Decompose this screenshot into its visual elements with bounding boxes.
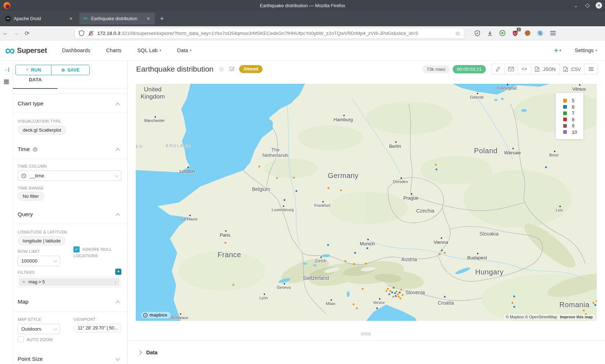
- auto-zoom-checkbox[interactable]: [18, 336, 24, 342]
- collapse-chevron-icon[interactable]: [116, 213, 120, 217]
- row-limit-select[interactable]: 100000: [18, 256, 60, 266]
- export-csv-button[interactable]: .CSV: [559, 64, 585, 74]
- viewport-value[interactable]: 11° 28' 29.70" | 50...: [73, 324, 122, 332]
- extension-green-icon[interactable]: [499, 30, 506, 36]
- map-place-label: Hamburg: [333, 117, 353, 122]
- downloads-icon[interactable]: [487, 30, 493, 36]
- data-results-panel[interactable]: Data: [127, 340, 605, 364]
- settings-menu[interactable]: Settings ▾: [575, 47, 597, 53]
- nav-sql-lab[interactable]: SQL Lab ▾: [137, 47, 161, 53]
- section-map[interactable]: Map: [18, 299, 28, 305]
- earthquake-point: [439, 254, 441, 255]
- pinwheel-extension-icon[interactable]: [537, 30, 543, 36]
- edit-title-icon[interactable]: [229, 66, 235, 73]
- new-tab-button[interactable]: +: [160, 15, 164, 23]
- tab-close-icon[interactable]: ✕: [145, 15, 152, 22]
- time-range-label: TIME RANGE: [18, 186, 44, 190]
- window-close-button[interactable]: ✕: [596, 2, 602, 9]
- map-place-label: Slovakia: [480, 231, 499, 237]
- legend-row: 6: [556, 104, 583, 110]
- earthquake-point: [400, 289, 402, 291]
- url-input[interactable]: 172.18.0.3 :32108/superset/explore/?form…: [75, 28, 464, 38]
- map-canvas: [136, 84, 597, 321]
- export-json-button[interactable]: .JSON: [531, 64, 559, 74]
- map-place-label: United Kingdom: [140, 86, 165, 100]
- shield-permissions-icon[interactable]: [79, 30, 85, 36]
- reload-button[interactable]: ⟳: [22, 30, 32, 37]
- filter-chip[interactable]: ✕ mag > 5 ›: [18, 277, 121, 287]
- map-place-label: Lyon: [259, 296, 268, 300]
- chevron-right-icon: [138, 350, 142, 354]
- run-button[interactable]: ⚡ RUN: [16, 65, 51, 75]
- window-minimize-button[interactable]: ⌄: [573, 2, 579, 9]
- improve-map-link[interactable]: Improve this map: [560, 315, 593, 319]
- lonlat-value[interactable]: longitude | latitude: [18, 236, 66, 245]
- pocket-icon[interactable]: [474, 30, 480, 36]
- time-column-select[interactable]: __time: [18, 170, 121, 181]
- legend-swatch: [563, 118, 567, 121]
- new-item-button[interactable]: + ▾: [554, 46, 561, 54]
- altered-badge: Altered: [239, 65, 263, 73]
- earthquake-point: [444, 296, 446, 298]
- section-time[interactable]: Time i: [18, 146, 37, 153]
- earthquake-point: [386, 290, 387, 292]
- embed-code-button[interactable]: <>: [517, 64, 531, 74]
- map-place-label: Manchester: [144, 118, 165, 123]
- ublock-icon[interactable]: 2: [512, 30, 518, 36]
- ignore-null-checkbox[interactable]: ✓: [73, 246, 80, 252]
- ublock-badge: 2: [517, 28, 521, 31]
- expand-filter-icon[interactable]: ›: [115, 279, 120, 285]
- menu-hamburger-icon[interactable]: [550, 30, 556, 36]
- add-filter-button[interactable]: +: [115, 269, 121, 275]
- tab-earthquake-distribution[interactable]: ∞ Earthquake distribution ✕: [79, 13, 155, 24]
- expand-panel-icon[interactable]: →|: [3, 67, 9, 72]
- map-style-select[interactable]: Outdoors: [18, 324, 60, 334]
- window-maximize-button[interactable]: [585, 3, 590, 8]
- legend-swatch: [563, 112, 567, 115]
- copy-link-button[interactable]: [491, 64, 505, 74]
- remove-filter-icon[interactable]: ✕: [19, 279, 28, 285]
- mapbox-logo[interactable]: mapbox: [141, 312, 171, 318]
- map-place-label: Austria: [401, 256, 417, 262]
- collapse-chevron-icon[interactable]: [116, 301, 120, 305]
- insecure-lock-icon[interactable]: [88, 30, 94, 36]
- email-button[interactable]: [504, 64, 518, 74]
- superset-logo[interactable]: ∞ Superset: [5, 45, 47, 56]
- map-place-label: Brest: [549, 153, 559, 157]
- back-button[interactable]: ←: [0, 30, 11, 36]
- clock-icon: [21, 173, 26, 178]
- deckgl-map[interactable]: United KingdomManchesterENGLANDLondonLe …: [136, 84, 597, 321]
- earthquake-point: [362, 288, 364, 290]
- earthquake-point: [296, 190, 297, 192]
- chart-menu-button[interactable]: [584, 64, 598, 74]
- earthquake-point: [399, 292, 401, 294]
- viz-type-value[interactable]: deck.gl Scatterplot: [18, 126, 66, 135]
- earthquake-point: [435, 164, 437, 166]
- section-point-size[interactable]: Point Size: [18, 356, 43, 362]
- time-range-value[interactable]: No filter: [18, 192, 44, 201]
- panel-resize-handle[interactable]: [361, 333, 371, 336]
- cookie-extension-icon[interactable]: [524, 30, 531, 36]
- legend-row: 7: [556, 110, 583, 117]
- tab-apache-druid[interactable]: Apache Druid ✕: [2, 13, 77, 24]
- nav-dashboards[interactable]: Dashboards: [62, 47, 90, 53]
- bookmark-star-icon[interactable]: ☆: [455, 30, 460, 37]
- section-chart-type[interactable]: Chart type: [18, 100, 44, 107]
- tab-close-icon[interactable]: ✕: [68, 15, 74, 22]
- collapse-chevron-icon[interactable]: [116, 103, 120, 106]
- collapse-chevron-icon[interactable]: [116, 148, 120, 152]
- earthquake-point: [593, 302, 595, 304]
- section-query[interactable]: Query: [18, 211, 33, 218]
- expand-chevron-icon[interactable]: [116, 356, 120, 360]
- datasource-grid-icon[interactable]: ▦: [3, 78, 9, 85]
- forward-button[interactable]: →: [11, 30, 22, 36]
- nav-data[interactable]: Data ▾: [177, 47, 191, 53]
- chevron-down-icon: ▾: [595, 49, 597, 52]
- tab-data[interactable]: DATA: [13, 77, 58, 82]
- earthquake-point: [436, 169, 438, 170]
- favorite-star-icon[interactable]: ☆: [219, 65, 224, 73]
- save-button[interactable]: ⊕ SAVE: [51, 65, 89, 75]
- legend-value: 9: [572, 123, 574, 128]
- nav-charts[interactable]: Charts: [106, 47, 121, 53]
- lonlat-label: LONGITUDE & LATITUDE: [18, 230, 67, 234]
